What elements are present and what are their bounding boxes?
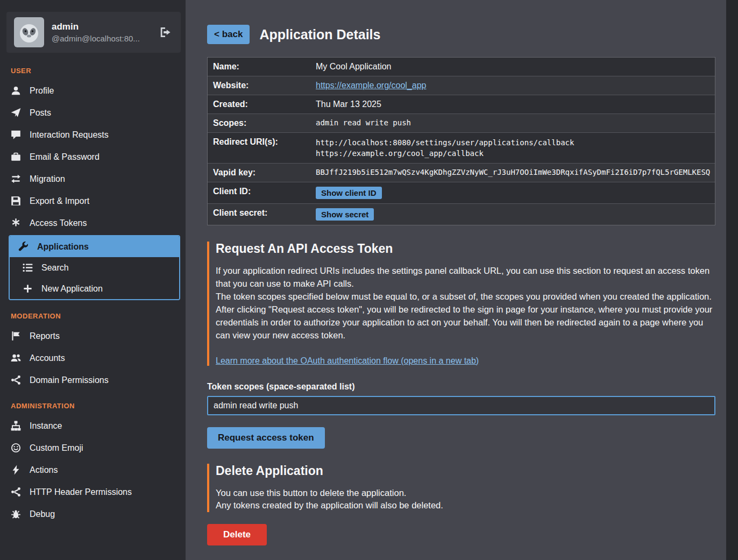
row-label: Created: <box>208 95 310 114</box>
row-value: Thu Mar 13 2025 <box>310 95 387 114</box>
sidebar-item-applications-search[interactable]: Search <box>10 257 179 278</box>
sidebar-item-custom-emoji[interactable]: Custom Emoji <box>0 437 186 459</box>
website-link[interactable]: https://example.org/cool_app <box>316 81 426 90</box>
avatar <box>14 17 44 47</box>
row-label: Vapid key: <box>208 164 310 182</box>
table-row-redirect-uris: Redirect URI(s): http://localhost:8080/s… <box>208 133 715 164</box>
paragraph: You can use this button to delete the ap… <box>216 487 715 500</box>
row-label: Client secret: <box>208 204 310 225</box>
sidebar-section-user: USER <box>0 56 186 80</box>
row-value: BBJffJ219b5iE512m7wQSzv4KgKDhgZZVzNyWC_r… <box>310 164 715 182</box>
comment-icon <box>11 130 21 140</box>
table-row-name: Name: My Cool Application <box>208 58 715 76</box>
paragraph: After clicking "Request access token", y… <box>216 303 715 342</box>
table-row-client-id: Client ID: Show client ID <box>208 182 715 204</box>
sidebar-item-interaction-requests[interactable]: Interaction Requests <box>0 124 186 146</box>
exchange-arrows-icon <box>11 174 21 184</box>
sidebar-item-label: Custom Emoji <box>30 443 83 453</box>
smiley-icon <box>11 443 21 453</box>
logout-button[interactable] <box>157 24 173 40</box>
show-client-id-button[interactable]: Show client ID <box>316 187 382 199</box>
row-value: admin read write push <box>310 114 416 132</box>
plus-icon <box>23 283 33 294</box>
user-handle: @admin@localhost:80... <box>52 34 140 43</box>
wrench-icon <box>18 242 29 252</box>
row-label: Website: <box>208 76 310 95</box>
app-window: admin @admin@localhost:80... USER Profil… <box>0 0 738 560</box>
token-scopes-label: Token scopes (space-separated list) <box>207 382 715 392</box>
oauth-docs-link[interactable]: Learn more about the OAuth authenticatio… <box>216 356 479 366</box>
table-row-created: Created: Thu Mar 13 2025 <box>208 95 715 114</box>
sidebar-item-access-tokens[interactable]: Access Tokens <box>0 212 186 234</box>
main-content: < back Application Details Name: My Cool… <box>186 0 726 560</box>
sidebar-item-label: HTTP Header Permissions <box>30 487 132 497</box>
sidebar-item-label: Posts <box>30 108 51 118</box>
sidebar-item-label: Domain Permissions <box>30 375 109 385</box>
sidebar-item-label: Migration <box>30 174 65 184</box>
user-info: admin @admin@localhost:80... <box>52 22 140 43</box>
row-label: Name: <box>208 58 310 76</box>
briefcase-icon <box>11 152 21 162</box>
sidebar-item-posts[interactable]: Posts <box>0 102 186 124</box>
sidebar: admin @admin@localhost:80... USER Profil… <box>0 0 186 560</box>
delete-button[interactable]: Delete <box>207 524 267 545</box>
request-token-title: Request An API Access Token <box>216 242 715 256</box>
sidebar-item-new-application[interactable]: New Application <box>10 278 179 299</box>
sidebar-section-administration: ADMINISTRATION <box>0 391 186 415</box>
page-header: < back Application Details <box>207 25 714 44</box>
table-row-vapid-key: Vapid key: BBJffJ219b5iE512m7wQSzv4KgKDh… <box>208 164 715 182</box>
list-icon <box>23 263 33 273</box>
share-nodes-icon <box>11 487 21 497</box>
sidebar-item-label: Access Tokens <box>30 218 87 228</box>
applications-nav-group: Applications Search New Application <box>9 235 180 300</box>
table-row-client-secret: Client secret: Show secret <box>208 204 715 225</box>
show-secret-button[interactable]: Show secret <box>316 208 374 221</box>
sidebar-item-http-header-permissions[interactable]: HTTP Header Permissions <box>0 481 186 503</box>
sidebar-item-actions[interactable]: Actions <box>0 459 186 481</box>
token-scopes-input[interactable] <box>207 396 715 415</box>
sidebar-item-label: Interaction Requests <box>30 130 109 140</box>
sidebar-item-accounts[interactable]: Accounts <box>0 347 186 369</box>
row-value: My Cool Application <box>310 58 397 76</box>
sidebar-item-label: Profile <box>30 86 54 96</box>
sidebar-item-debug[interactable]: Debug <box>0 503 186 525</box>
sidebar-item-label: Instance <box>30 421 62 431</box>
bolt-icon <box>11 465 21 475</box>
sidebar-item-label: Email & Password <box>30 152 100 162</box>
sidebar-item-migration[interactable]: Migration <box>0 168 186 190</box>
sidebar-item-domain-permissions[interactable]: Domain Permissions <box>0 369 186 391</box>
sitemap-icon <box>11 421 21 431</box>
users-icon <box>11 353 21 363</box>
sidebar-item-label: Export & Import <box>30 196 89 206</box>
delete-application-title: Delete Application <box>216 464 715 478</box>
paragraph: If your application redirect URIs includ… <box>216 265 715 290</box>
sidebar-item-reports[interactable]: Reports <box>0 325 186 347</box>
sidebar-item-instance[interactable]: Instance <box>0 415 186 437</box>
sidebar-item-applications[interactable]: Applications <box>10 236 179 257</box>
request-token-intro: Request An API Access Token If your appl… <box>207 242 715 366</box>
sidebar-item-profile[interactable]: Profile <box>0 80 186 102</box>
paragraph: Any tokens created by the application wi… <box>216 499 715 512</box>
logout-icon <box>159 26 171 38</box>
delete-application-intro: Delete Application You can use this butt… <box>207 464 715 513</box>
sidebar-item-email-password[interactable]: Email & Password <box>0 146 186 168</box>
user-icon <box>11 86 21 96</box>
scrollbar-track[interactable] <box>726 0 738 560</box>
sidebar-section-moderation: MODERATION <box>0 301 186 325</box>
table-row-scopes: Scopes: admin read write push <box>208 114 715 133</box>
share-nodes-icon <box>11 375 21 385</box>
sidebar-item-label: Accounts <box>30 353 65 363</box>
bug-icon <box>11 509 21 519</box>
page-title: Application Details <box>259 27 380 42</box>
sidebar-item-label: Actions <box>30 465 58 475</box>
sidebar-item-export-import[interactable]: Export & Import <box>0 190 186 212</box>
applications-submenu: Search New Application <box>10 257 179 299</box>
row-label: Redirect URI(s): <box>208 133 310 163</box>
request-access-token-button[interactable]: Request access token <box>207 427 325 449</box>
sidebar-item-label: Search <box>41 263 69 273</box>
row-label: Scopes: <box>208 114 310 132</box>
floppy-disk-icon <box>11 196 21 206</box>
sidebar-item-label: Debug <box>30 509 55 519</box>
back-button[interactable]: < back <box>207 25 250 44</box>
delete-application-description: You can use this button to delete the ap… <box>216 487 715 513</box>
